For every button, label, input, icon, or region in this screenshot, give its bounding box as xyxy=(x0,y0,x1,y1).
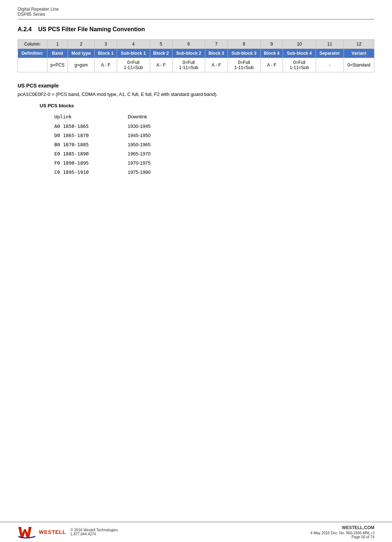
footer-website: WESTELL.COM xyxy=(311,525,374,530)
def-separator: Separator xyxy=(316,49,344,58)
col-10: 10 xyxy=(283,40,316,49)
block-row: E0 1885-18901965-1970 xyxy=(54,149,201,158)
footer-contact: © 2016 Westell Technologies 1.877.844.42… xyxy=(70,528,118,536)
section-title-text: US PCS Filter File Naming Convention xyxy=(38,26,145,32)
block-downlink-4: 1970-1975 xyxy=(128,158,201,168)
footer-left: WESTELL © 2016 Westell Technologies 1.87… xyxy=(18,525,118,539)
page-footer: WESTELL © 2016 Westell Technologies 1.87… xyxy=(0,522,392,542)
blocks-title: US PCS blocks xyxy=(40,103,374,108)
col-label-column: Column: xyxy=(18,40,47,49)
svg-marker-0 xyxy=(18,527,32,537)
val-variant: 0=Standard xyxy=(344,58,374,72)
val-empty xyxy=(18,58,47,72)
def-subblock3: Sub-block 3 xyxy=(228,49,260,58)
section-number: A.2.4 xyxy=(18,26,32,32)
block-uplink-5: C0 1895-1910 xyxy=(54,168,128,177)
val-subblock4: 0=Full1-11=Sub xyxy=(283,58,316,72)
def-mod-type: Mod type xyxy=(68,49,94,58)
block-row: C0 1895-19101975-1990 xyxy=(54,168,201,177)
val-subblock2: 0=Full1-11=Sub xyxy=(172,58,205,72)
def-variant: Variant xyxy=(344,49,374,58)
def-block1: Block 1 xyxy=(94,49,117,58)
section-title: A.2.4 US PCS Filter File Naming Conventi… xyxy=(18,26,374,33)
def-subblock1: Sub-block 1 xyxy=(117,49,150,58)
table-row-columns: Column: 1 2 3 4 5 6 7 8 9 10 11 12 xyxy=(18,40,374,49)
block-downlink-0: 1930-1945 xyxy=(128,122,201,131)
val-block4: A - F xyxy=(260,58,283,72)
footer-logo: WESTELL xyxy=(18,525,66,539)
block-row: D0 1865-18701945-1950 xyxy=(54,131,201,140)
footer-brand-text: WESTELL xyxy=(39,529,66,535)
footer-pageinfo: Page 56 of 74 xyxy=(311,535,374,539)
block-row: A0 1850-18651930-1945 xyxy=(54,122,201,131)
col-5: 5 xyxy=(150,40,172,49)
block-row: B0 1870-18851950-1965 xyxy=(54,140,201,149)
footer-brand-name: WESTELL xyxy=(39,529,66,535)
block-downlink-2: 1950-1965 xyxy=(128,140,201,149)
val-mod: g=gsm xyxy=(68,58,94,72)
col-3: 3 xyxy=(94,40,117,49)
blocks-downlink-header: Downlink xyxy=(128,112,201,122)
footer-right: WESTELL.COM 4 May 2016 Doc. No. 960-1666… xyxy=(311,525,374,539)
def-block2: Block 2 xyxy=(150,49,172,58)
page-header: Digital Repeater Line DSP85 Series xyxy=(18,7,374,17)
col-12: 12 xyxy=(344,40,374,49)
example-title: US PCS example xyxy=(18,83,374,89)
val-separator: - xyxy=(316,58,344,72)
footer-docinfo: 4 May 2016 Doc. No. 960-1666-MNL rJ xyxy=(311,531,374,535)
header-series: DSP85 Series xyxy=(18,12,374,17)
col-7: 7 xyxy=(205,40,228,49)
val-band: p=PCS xyxy=(47,58,68,72)
val-block3: A - F xyxy=(205,58,228,72)
block-uplink-1: D0 1865-1870 xyxy=(54,131,128,140)
header-product-line: Digital Repeater Line xyxy=(18,7,374,12)
col-1: 1 xyxy=(47,40,68,49)
block-row: F0 1890-18951970-1975 xyxy=(54,158,201,168)
def-block3: Block 3 xyxy=(205,49,228,58)
blocks-uplink-header: Uplink xyxy=(54,112,128,122)
westell-logo-icon xyxy=(18,525,36,539)
example-text: pcA1C0E0F2-0 = (PCS band, CDMA mod type,… xyxy=(18,91,374,97)
block-uplink-2: B0 1870-1885 xyxy=(54,140,128,149)
def-subblock4: Sub-block 4 xyxy=(283,49,316,58)
col-2: 2 xyxy=(68,40,94,49)
block-downlink-3: 1965-1970 xyxy=(128,149,201,158)
footer-phone: 1.877.844.4274 xyxy=(70,532,118,536)
naming-convention-table: Column: 1 2 3 4 5 6 7 8 9 10 11 12 Defin… xyxy=(18,39,374,72)
block-downlink-5: 1975-1990 xyxy=(128,168,201,177)
block-uplink-0: A0 1850-1865 xyxy=(54,122,128,131)
blocks-table: Uplink Downlink xyxy=(54,112,201,122)
header-divider xyxy=(18,19,374,19)
col-9: 9 xyxy=(260,40,283,49)
block-uplink-4: F0 1890-1895 xyxy=(54,158,128,168)
table-row-definitions: Definition: Band Mod type Block 1 Sub-bl… xyxy=(18,49,374,58)
val-block1: A - F xyxy=(94,58,117,72)
col-4: 4 xyxy=(117,40,150,49)
val-subblock1: 0=Full1-11=Sub xyxy=(117,58,150,72)
block-uplink-3: E0 1885-1890 xyxy=(54,149,128,158)
def-band: Band xyxy=(47,49,68,58)
def-block4: Block 4 xyxy=(260,49,283,58)
block-downlink-1: 1945-1950 xyxy=(128,131,201,140)
blocks-data-table: A0 1850-18651930-1945D0 1865-18701945-19… xyxy=(54,122,201,177)
col-8: 8 xyxy=(228,40,260,49)
col-6: 6 xyxy=(172,40,205,49)
def-subblock2: Sub-block 2 xyxy=(172,49,205,58)
blocks-section: US PCS blocks Uplink Downlink A0 1850-18… xyxy=(40,103,374,177)
col-11: 11 xyxy=(316,40,344,49)
blocks-header-row: Uplink Downlink xyxy=(54,112,201,122)
val-block2: A - F xyxy=(150,58,172,72)
val-subblock3: 0=Full1-11=Sub xyxy=(228,58,260,72)
table-row-values: p=PCS g=gsm A - F 0=Full1-11=Sub A - F 0… xyxy=(18,58,374,72)
footer-copyright: © 2016 Westell Technologies xyxy=(70,528,118,532)
col-label-definition: Definition: xyxy=(18,49,47,58)
